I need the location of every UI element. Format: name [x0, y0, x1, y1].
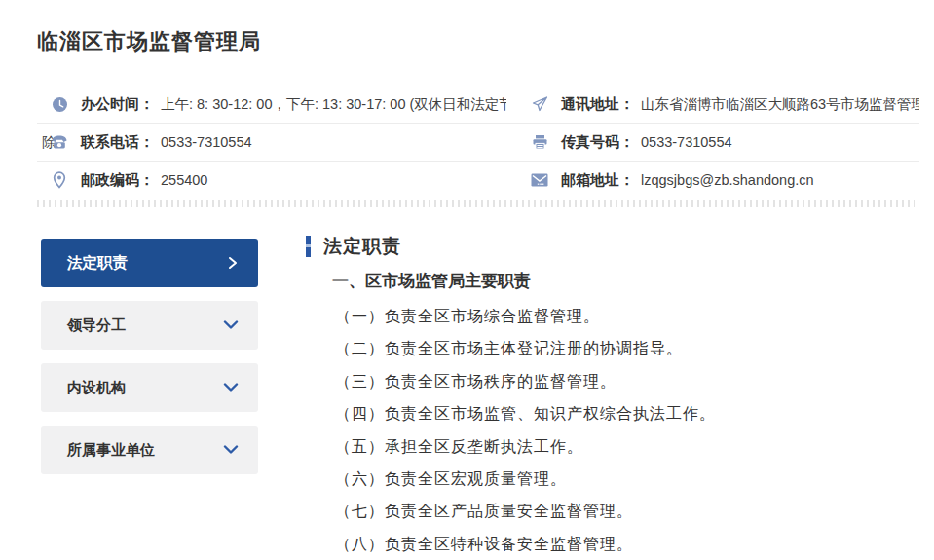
- info-fax: 传真号码： 0533-7310554: [506, 133, 919, 152]
- content-heading: 法定职责: [323, 234, 401, 259]
- chevron-down-icon: [223, 445, 239, 455]
- sidebar-item-label: 领导分工: [67, 317, 126, 335]
- send-icon: [531, 96, 548, 112]
- phone-icon: [51, 134, 68, 150]
- info-value: 0533-7310554: [641, 134, 732, 150]
- list-item: （八）负责全区特种设备安全监督管理。: [335, 528, 716, 560]
- info-label: 邮政编码：: [81, 171, 154, 190]
- list-item: （四）负责全区市场监管、知识产权综合执法工作。: [335, 397, 716, 429]
- info-value: 255400: [161, 172, 207, 188]
- info-label: 办公时间：: [81, 95, 154, 114]
- content-subheading: 一、区市场监管局主要职责: [332, 270, 716, 292]
- duty-list: （一）负责全区市场综合监督管理。 （二）负责全区市场主体登记注册的协调指导。 （…: [335, 300, 716, 560]
- sidebar-item-legal-duties[interactable]: 法定职责: [41, 239, 258, 287]
- info-phone: 除 联系电话： 0533-7310554: [37, 133, 506, 152]
- page-title: 临淄区市场监督管理局: [37, 27, 261, 56]
- info-value: 山东省淄博市临淄区大顺路63号市场监督管理局: [641, 95, 919, 114]
- list-item: （七）负责全区产品质量安全监督管理。: [335, 495, 716, 527]
- sidebar-item-label: 内设机构: [67, 379, 126, 397]
- list-item: （一）负责全区市场综合监督管理。: [335, 300, 716, 332]
- info-row-3: 邮政编码： 255400 邮箱地址： lzqgsjbgs@zb.shandong…: [37, 162, 919, 199]
- mail-icon: [531, 173, 548, 187]
- info-label: 通讯地址：: [561, 95, 634, 114]
- info-office-hours: 办公时间： 上午: 8: 30-12: 00，下午: 13: 30-17: 00…: [37, 95, 506, 114]
- clock-icon: [51, 96, 68, 113]
- info-label: 邮箱地址：: [561, 171, 634, 190]
- list-item: （二）负责全区市场主体登记注册的协调指导。: [335, 332, 716, 364]
- sidebar-item-internal-departments[interactable]: 内设机构: [41, 363, 258, 412]
- info-row-1: 办公时间： 上午: 8: 30-12: 00，下午: 13: 30-17: 00…: [37, 86, 919, 124]
- info-postal-code: 邮政编码： 255400: [37, 171, 506, 190]
- info-value: 上午: 8: 30-12: 00，下午: 13: 30-17: 00 (双休日和…: [161, 95, 506, 114]
- info-row-2: 除 联系电话： 0533-7310554 传真号码： 0533-7310554: [37, 124, 919, 162]
- heading-marker: [306, 236, 311, 257]
- fax-icon: [531, 134, 548, 150]
- hatched-divider: [37, 200, 919, 207]
- info-label: 传真号码：: [561, 133, 634, 152]
- info-value: lzqgsjbgs@zb.shandong.cn: [641, 172, 814, 188]
- list-item: （三）负责全区市场秩序的监督管理。: [335, 365, 716, 397]
- info-email: 邮箱地址： lzqgsjbgs@zb.shandong.cn: [506, 171, 919, 190]
- sidebar-nav: 法定职责 领导分工 内设机构 所属事业单位: [41, 239, 258, 488]
- content-area: 法定职责 一、区市场监管局主要职责 （一）负责全区市场综合监督管理。 （二）负责…: [306, 234, 716, 560]
- location-icon: [51, 171, 68, 189]
- chevron-right-icon: [227, 256, 239, 270]
- contact-info-section: 办公时间： 上午: 8: 30-12: 00，下午: 13: 30-17: 00…: [37, 86, 919, 199]
- list-item: （五）承担全区反垄断执法工作。: [335, 430, 716, 463]
- content-heading-row: 法定职责: [306, 234, 716, 259]
- info-value: 0533-7310554: [161, 134, 252, 150]
- sidebar-item-leadership-division[interactable]: 领导分工: [41, 301, 258, 350]
- info-label: 联系电话：: [81, 133, 154, 152]
- info-mailing-address: 通讯地址： 山东省淄博市临淄区大顺路63号市场监督管理局: [506, 95, 919, 114]
- sidebar-item-affiliated-institutions[interactable]: 所属事业单位: [41, 426, 258, 474]
- list-item: （六）负责全区宏观质量管理。: [335, 463, 716, 495]
- chevron-down-icon: [223, 383, 239, 392]
- sidebar-item-label: 所属事业单位: [67, 441, 155, 460]
- sidebar-item-label: 法定职责: [67, 253, 128, 274]
- chevron-down-icon: [223, 320, 239, 330]
